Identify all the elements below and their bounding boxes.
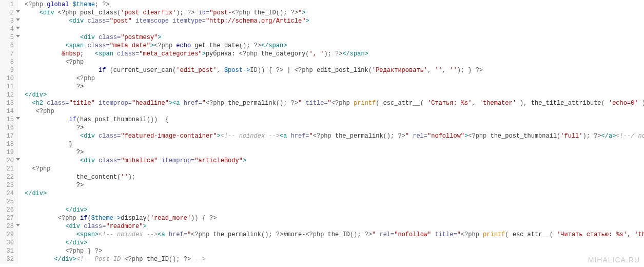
token-php: ( bbox=[87, 215, 91, 222]
code-line[interactable] bbox=[25, 198, 644, 206]
line-number[interactable]: 20 bbox=[0, 157, 14, 165]
token-txt bbox=[25, 256, 54, 263]
code-line[interactable]: <span class="meta_date"><?php echo get_t… bbox=[25, 42, 644, 50]
token-php: <?php bbox=[124, 256, 146, 263]
fold-toggle-icon[interactable] bbox=[16, 10, 20, 13]
fold-toggle-icon[interactable] bbox=[16, 35, 20, 37]
token-php: , bbox=[472, 100, 479, 107]
code-line[interactable]: </div> bbox=[25, 206, 644, 214]
token-str: "mihalica" bbox=[121, 157, 158, 164]
code-line[interactable]: <?php bbox=[25, 165, 644, 173]
token-var: $theme-> bbox=[91, 215, 121, 222]
token-str: " bbox=[328, 100, 331, 107]
code-line[interactable]: <div class="readmore"> bbox=[25, 222, 644, 231]
token-php: (); ?> bbox=[350, 231, 372, 238]
code-line[interactable]: <?php } ?> bbox=[25, 247, 644, 255]
line-number[interactable]: 23 bbox=[0, 181, 14, 189]
fold-toggle-icon[interactable] bbox=[16, 27, 20, 29]
line-number[interactable]: 30 bbox=[0, 239, 14, 247]
code-line[interactable]: ?> bbox=[25, 148, 644, 157]
line-number[interactable]: 17 bbox=[0, 132, 14, 140]
code-line[interactable]: <span><!-- noindex --><a href="<?php the… bbox=[25, 231, 644, 239]
code-line[interactable]: <?php bbox=[25, 58, 644, 66]
line-number[interactable]: 21 bbox=[0, 165, 14, 173]
code-line[interactable]: if (current_user_can('edit_post', $post-… bbox=[25, 66, 644, 74]
token-attr: rel= bbox=[376, 231, 394, 238]
line-number[interactable]: 1 bbox=[0, 1, 14, 9]
line-number[interactable]: 19 bbox=[0, 148, 14, 157]
code-line[interactable]: ?> bbox=[25, 181, 644, 189]
token-str: 'echo=0' bbox=[609, 100, 638, 107]
line-number[interactable]: 7 bbox=[0, 50, 14, 58]
token-str: "headline" bbox=[132, 100, 169, 107]
code-line[interactable]: <div class="post" itemscope itemtype="ht… bbox=[25, 17, 644, 25]
token-str: "http://schema.org/Article" bbox=[206, 17, 305, 25]
code-line[interactable] bbox=[25, 25, 644, 33]
line-number[interactable]: 15 bbox=[0, 116, 14, 124]
line-number[interactable]: 18 bbox=[0, 140, 14, 148]
line-number[interactable]: 14 bbox=[0, 107, 14, 116]
line-number[interactable]: 24 bbox=[0, 189, 14, 198]
token-tag: <span bbox=[95, 50, 117, 58]
code-line[interactable]: <div <?php post_class('post clearfix'); … bbox=[25, 9, 644, 17]
fold-toggle-icon[interactable] bbox=[16, 18, 20, 21]
code-line[interactable]: ?> bbox=[25, 124, 644, 132]
line-number[interactable]: 3 bbox=[0, 17, 14, 25]
code-area[interactable]: <?php global $theme; ?> <div <?php post_… bbox=[17, 0, 644, 264]
token-attr: class= bbox=[117, 50, 139, 58]
line-number[interactable]: 2 bbox=[0, 9, 14, 17]
token-txt bbox=[25, 231, 76, 238]
line-number[interactable]: 27 bbox=[0, 214, 14, 222]
code-line[interactable]: <div class="mihalica" itemprop="articleB… bbox=[25, 157, 644, 165]
token-fn: esc_attr__ bbox=[513, 231, 550, 238]
line-number[interactable]: 28 bbox=[0, 222, 14, 231]
token-tag: > bbox=[158, 34, 161, 41]
token-tag: </a> bbox=[601, 132, 616, 140]
token-php: (); ?> bbox=[261, 231, 283, 238]
code-line[interactable]: ?> bbox=[25, 83, 644, 91]
code-line[interactable]: </div> bbox=[25, 91, 644, 99]
line-number[interactable]: 31 bbox=[0, 247, 14, 255]
line-number[interactable]: 9 bbox=[0, 66, 14, 74]
token-tag: </span> bbox=[261, 42, 287, 49]
line-number[interactable]: 29 bbox=[0, 231, 14, 239]
code-line[interactable]: <h2 class="title" itemprop="headline"><a… bbox=[25, 99, 644, 107]
code-line[interactable]: <div class="featured-image-container"><!… bbox=[25, 132, 644, 140]
line-number[interactable]: 11 bbox=[0, 83, 14, 91]
token-attr: class= bbox=[99, 34, 121, 41]
code-line[interactable]: &nbsp; <span class="meta_categories">руб… bbox=[25, 50, 644, 58]
token-kw: echo bbox=[176, 42, 194, 49]
line-number[interactable]: 4 bbox=[0, 25, 14, 33]
token-php: ( bbox=[368, 67, 372, 74]
code-line[interactable]: the_content(''); bbox=[25, 173, 644, 181]
fold-toggle-icon[interactable] bbox=[16, 117, 20, 120]
code-line[interactable]: <?php bbox=[25, 74, 644, 83]
code-line[interactable]: <div class="postmesy"> bbox=[25, 33, 644, 42]
token-php: (); ?> bbox=[276, 9, 298, 16]
code-line[interactable]: <?php if($theme->display('read_more')) {… bbox=[25, 214, 644, 222]
fold-toggle-icon[interactable] bbox=[16, 224, 20, 226]
token-str: '' bbox=[435, 67, 442, 74]
line-number[interactable]: 32 bbox=[0, 255, 14, 263]
line-number[interactable]: 8 bbox=[0, 58, 14, 66]
line-number[interactable]: 22 bbox=[0, 173, 14, 181]
line-number[interactable]: 12 bbox=[0, 91, 14, 99]
fold-toggle-icon[interactable] bbox=[16, 158, 20, 161]
code-line[interactable]: </div> bbox=[25, 239, 644, 247]
line-number[interactable]: 6 bbox=[0, 42, 14, 50]
line-number[interactable]: 13 bbox=[0, 99, 14, 107]
token-txt bbox=[25, 198, 28, 205]
code-line[interactable]: </div><!-- Post ID <?php the_ID(); ?> --… bbox=[25, 255, 644, 263]
line-number[interactable]: 26 bbox=[0, 206, 14, 214]
line-number-gutter[interactable]: 1234567891011121314151617181920212223242… bbox=[0, 0, 17, 264]
line-number[interactable]: 16 bbox=[0, 124, 14, 132]
line-number[interactable]: 25 bbox=[0, 198, 14, 206]
watermark-text: MIHALICA.RU bbox=[588, 256, 640, 264]
line-number[interactable]: 10 bbox=[0, 74, 14, 83]
code-line[interactable]: if(has_post_thumbnail()) { bbox=[25, 116, 644, 124]
code-line[interactable]: <?php bbox=[25, 107, 644, 116]
code-line[interactable]: </div> bbox=[25, 189, 644, 198]
line-number[interactable]: 5 bbox=[0, 33, 14, 42]
code-line[interactable]: <?php global $theme; ?> bbox=[25, 1, 644, 9]
code-line[interactable]: } bbox=[25, 140, 644, 148]
